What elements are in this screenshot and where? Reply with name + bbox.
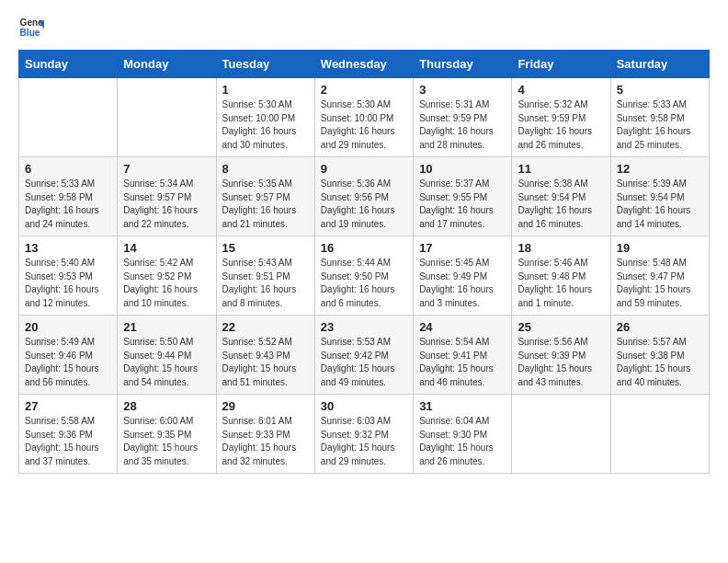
day-number: 15 [222,241,309,255]
day-number: 19 [617,241,703,255]
day-info: Sunrise: 6:00 AM Sunset: 9:35 PM Dayligh… [123,415,210,468]
day-cell [512,395,610,474]
day-number: 13 [25,241,111,255]
day-cell: 20Sunrise: 5:49 AM Sunset: 9:46 PM Dayli… [19,316,118,395]
day-cell: 3Sunrise: 5:31 AM Sunset: 9:59 PM Daylig… [414,78,512,157]
day-info: Sunrise: 5:34 AM Sunset: 9:57 PM Dayligh… [123,178,210,231]
day-info: Sunrise: 5:50 AM Sunset: 9:44 PM Dayligh… [123,336,210,389]
day-info: Sunrise: 5:32 AM Sunset: 9:59 PM Dayligh… [518,98,604,152]
day-cell: 27Sunrise: 5:58 AM Sunset: 9:36 PM Dayli… [19,395,118,474]
day-info: Sunrise: 5:30 AM Sunset: 10:00 PM Daylig… [222,98,309,152]
weekday-header-wednesday: Wednesday [314,51,413,78]
day-number: 21 [123,320,210,334]
day-cell: 18Sunrise: 5:46 AM Sunset: 9:48 PM Dayli… [512,236,610,316]
day-cell: 26Sunrise: 5:57 AM Sunset: 9:38 PM Dayli… [610,316,709,395]
day-info: Sunrise: 6:04 AM Sunset: 9:30 PM Dayligh… [419,415,506,468]
day-cell [118,78,216,157]
day-number: 7 [123,162,210,176]
day-cell: 13Sunrise: 5:40 AM Sunset: 9:53 PM Dayli… [19,236,118,316]
day-number: 12 [617,162,703,176]
weekday-header-saturday: Saturday [610,51,709,78]
header: General Blue [18,15,710,40]
day-info: Sunrise: 5:52 AM Sunset: 9:43 PM Dayligh… [222,336,309,389]
day-number: 20 [25,320,111,334]
day-cell: 21Sunrise: 5:50 AM Sunset: 9:44 PM Dayli… [118,316,216,395]
day-number: 31 [419,399,506,413]
day-cell: 16Sunrise: 5:44 AM Sunset: 9:50 PM Dayli… [314,236,413,316]
day-info: Sunrise: 5:44 AM Sunset: 9:50 PM Dayligh… [321,257,407,310]
day-info: Sunrise: 5:37 AM Sunset: 9:55 PM Dayligh… [419,178,506,231]
day-info: Sunrise: 5:46 AM Sunset: 9:48 PM Dayligh… [518,257,604,310]
day-cell: 17Sunrise: 5:45 AM Sunset: 9:49 PM Dayli… [414,236,512,316]
day-cell: 23Sunrise: 5:53 AM Sunset: 9:42 PM Dayli… [314,316,413,395]
day-cell: 9Sunrise: 5:36 AM Sunset: 9:56 PM Daylig… [314,157,413,236]
week-row-5: 27Sunrise: 5:58 AM Sunset: 9:36 PM Dayli… [19,395,710,474]
day-info: Sunrise: 5:53 AM Sunset: 9:42 PM Dayligh… [321,336,407,389]
calendar-table: SundayMondayTuesdayWednesdayThursdayFrid… [18,50,710,474]
day-info: Sunrise: 5:57 AM Sunset: 9:38 PM Dayligh… [617,336,703,389]
day-number: 18 [518,241,604,255]
svg-text:Blue: Blue [20,28,40,38]
day-number: 25 [518,320,604,334]
day-number: 22 [222,320,309,334]
weekday-header-monday: Monday [118,51,216,78]
day-number: 4 [518,83,604,97]
day-info: Sunrise: 5:40 AM Sunset: 9:53 PM Dayligh… [25,257,111,310]
day-number: 23 [321,320,407,334]
day-info: Sunrise: 5:38 AM Sunset: 9:54 PM Dayligh… [518,178,604,231]
weekday-header-thursday: Thursday [414,51,512,78]
day-info: Sunrise: 5:58 AM Sunset: 9:36 PM Dayligh… [25,415,111,468]
day-info: Sunrise: 5:42 AM Sunset: 9:52 PM Dayligh… [123,257,210,310]
day-info: Sunrise: 5:54 AM Sunset: 9:41 PM Dayligh… [419,336,506,389]
day-number: 27 [25,399,111,413]
day-cell [610,395,709,474]
day-info: Sunrise: 5:30 AM Sunset: 10:00 PM Daylig… [321,98,407,152]
day-cell: 10Sunrise: 5:37 AM Sunset: 9:55 PM Dayli… [414,157,512,236]
day-cell: 4Sunrise: 5:32 AM Sunset: 9:59 PM Daylig… [512,78,610,157]
day-number: 30 [321,399,407,413]
day-cell: 22Sunrise: 5:52 AM Sunset: 9:43 PM Dayli… [216,316,314,395]
day-number: 29 [222,399,309,413]
day-cell: 1Sunrise: 5:30 AM Sunset: 10:00 PM Dayli… [216,78,314,157]
day-cell: 25Sunrise: 5:56 AM Sunset: 9:39 PM Dayli… [512,316,610,395]
day-info: Sunrise: 5:39 AM Sunset: 9:54 PM Dayligh… [617,178,703,231]
week-row-1: 1Sunrise: 5:30 AM Sunset: 10:00 PM Dayli… [19,78,710,157]
day-cell: 5Sunrise: 5:33 AM Sunset: 9:58 PM Daylig… [610,78,709,157]
day-info: Sunrise: 5:49 AM Sunset: 9:46 PM Dayligh… [25,336,111,389]
day-cell: 11Sunrise: 5:38 AM Sunset: 9:54 PM Dayli… [512,157,610,236]
day-info: Sunrise: 5:33 AM Sunset: 9:58 PM Dayligh… [617,98,703,152]
day-number: 17 [419,241,506,255]
day-number: 14 [123,241,210,255]
day-number: 24 [419,320,506,334]
day-cell: 28Sunrise: 6:00 AM Sunset: 9:35 PM Dayli… [118,395,216,474]
day-cell: 2Sunrise: 5:30 AM Sunset: 10:00 PM Dayli… [314,78,413,157]
day-number: 6 [25,162,111,176]
day-info: Sunrise: 5:35 AM Sunset: 9:57 PM Dayligh… [222,178,309,231]
day-cell: 12Sunrise: 5:39 AM Sunset: 9:54 PM Dayli… [610,157,709,236]
day-info: Sunrise: 5:45 AM Sunset: 9:49 PM Dayligh… [419,257,506,310]
day-number: 8 [222,162,309,176]
weekday-header-tuesday: Tuesday [216,51,314,78]
day-number: 1 [222,83,309,97]
day-cell: 24Sunrise: 5:54 AM Sunset: 9:41 PM Dayli… [414,316,512,395]
day-info: Sunrise: 6:03 AM Sunset: 9:32 PM Dayligh… [321,415,407,468]
day-cell: 14Sunrise: 5:42 AM Sunset: 9:52 PM Dayli… [118,236,216,316]
day-cell: 6Sunrise: 5:33 AM Sunset: 9:58 PM Daylig… [19,157,118,236]
day-number: 26 [617,320,703,334]
day-cell [19,78,118,157]
day-cell: 8Sunrise: 5:35 AM Sunset: 9:57 PM Daylig… [216,157,314,236]
week-row-3: 13Sunrise: 5:40 AM Sunset: 9:53 PM Dayli… [19,236,710,316]
day-number: 16 [321,241,407,255]
day-number: 11 [518,162,604,176]
day-info: Sunrise: 5:56 AM Sunset: 9:39 PM Dayligh… [518,336,604,389]
weekday-header-sunday: Sunday [19,51,118,78]
day-number: 5 [617,83,703,97]
day-cell: 15Sunrise: 5:43 AM Sunset: 9:51 PM Dayli… [216,236,314,316]
day-cell: 30Sunrise: 6:03 AM Sunset: 9:32 PM Dayli… [314,395,413,474]
day-number: 10 [419,162,506,176]
weekday-header-row: SundayMondayTuesdayWednesdayThursdayFrid… [19,51,710,78]
day-number: 2 [321,83,407,97]
day-info: Sunrise: 5:48 AM Sunset: 9:47 PM Dayligh… [617,257,703,310]
weekday-header-friday: Friday [512,51,610,78]
day-number: 9 [321,162,407,176]
